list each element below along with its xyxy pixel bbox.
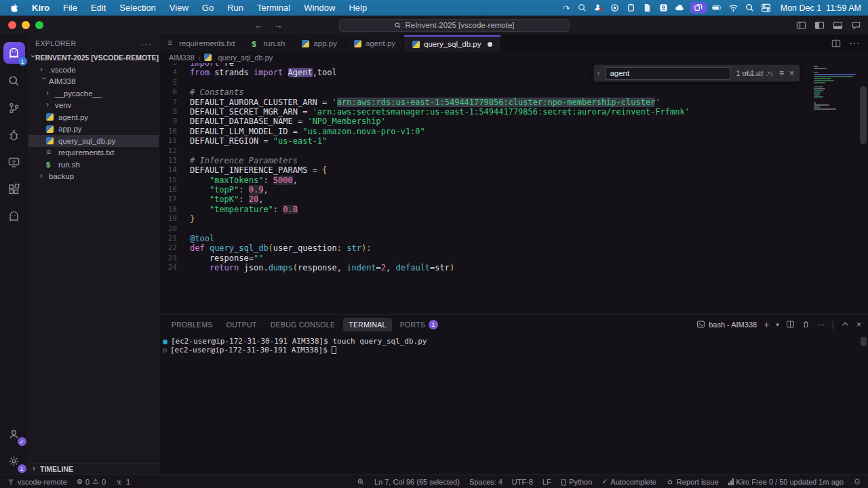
panel-tab-problems[interactable]: PROBLEMS: [166, 318, 218, 331]
tab-app-py[interactable]: app.py: [294, 35, 346, 52]
tree-item-run-sh[interactable]: run.sh: [28, 159, 159, 171]
language-mode[interactable]: { } Python: [561, 478, 593, 486]
new-terminal-icon[interactable]: +: [764, 319, 769, 330]
panel-tab-debug-console[interactable]: DEBUG CONSOLE: [265, 318, 341, 331]
remote-indicator[interactable]: vscode-remote: [7, 478, 67, 486]
source-control-icon[interactable]: [4, 98, 24, 118]
notifications-bell-icon[interactable]: [853, 478, 861, 486]
kill-terminal-icon[interactable]: [802, 320, 810, 329]
code-line[interactable]: 24 return json.dumps(response, indent=2,…: [159, 263, 868, 272]
kiro-activity-icon[interactable]: 1: [3, 42, 25, 64]
screen-mirroring-icon[interactable]: [690, 2, 707, 14]
chat-icon[interactable]: [851, 20, 861, 30]
minimize-window-button[interactable]: [22, 21, 30, 29]
apple-menu-icon[interactable]: [9, 3, 20, 13]
terminal-dropdown-icon[interactable]: ▾: [776, 321, 779, 328]
code-line[interactable]: 13# Inference Parameters: [159, 156, 868, 165]
tab-query-sql-db-py[interactable]: query_sql_db.py: [404, 35, 501, 52]
spiral-icon[interactable]: [609, 2, 620, 14]
code-line[interactable]: 17 "topK": 20,: [159, 195, 868, 204]
modified-indicator[interactable]: [488, 42, 492, 47]
menu-file[interactable]: File: [56, 3, 84, 13]
tab-run-sh[interactable]: run.sh: [243, 35, 294, 52]
search-activity-icon[interactable]: [4, 70, 24, 91]
code-line[interactable]: 9DEFAULT_DATABASE_NAME = 'NPO_Membership…: [159, 117, 868, 126]
sync-app-icon[interactable]: [560, 2, 572, 14]
match-case-icon[interactable]: Aa: [744, 70, 752, 77]
code-line[interactable]: 7DEFAULT_AURORA_CLUSTER_ARN = 'arn:aws:r…: [159, 98, 868, 107]
editor-more-actions-icon[interactable]: ···: [849, 37, 860, 49]
panel-tab-ports[interactable]: PORTS1: [395, 318, 443, 331]
tree-item-agent-py[interactable]: agent.py: [28, 111, 159, 123]
menu-selection[interactable]: Selection: [113, 3, 162, 13]
code-line[interactable]: 20: [159, 224, 868, 234]
code-line[interactable]: 12: [159, 146, 868, 156]
customize-layout-icon[interactable]: [796, 20, 806, 30]
menu-go[interactable]: Go: [195, 3, 220, 13]
editor-scrollbar[interactable]: [860, 86, 867, 144]
menu-view[interactable]: View: [163, 3, 195, 13]
find-toggle-replace-icon[interactable]: ›: [597, 68, 599, 78]
tab-agent-py[interactable]: agent.py: [346, 35, 404, 52]
whole-word-icon[interactable]: ab: [755, 70, 763, 77]
panel-tab-output[interactable]: OUTPUT: [221, 318, 262, 331]
settings-gear-icon[interactable]: 1: [4, 451, 24, 471]
remote-explorer-icon[interactable]: [4, 152, 24, 172]
indentation[interactable]: Spaces: 4: [469, 478, 502, 486]
code-line[interactable]: 23 response="": [159, 253, 868, 263]
menubar-clock[interactable]: Mon Dec 1 11:59 AM: [781, 3, 861, 13]
find-input[interactable]: [605, 67, 730, 80]
terminal-scrollbar[interactable]: [861, 337, 867, 346]
account-icon[interactable]: ✓: [4, 424, 24, 444]
ports-indicator[interactable]: 1: [115, 478, 130, 486]
close-window-button[interactable]: [8, 21, 16, 29]
split-editor-icon[interactable]: [831, 39, 841, 48]
cursor-position[interactable]: Ln 7, Col 96 (65 selected): [374, 478, 460, 486]
code-line[interactable]: 14DEFAULT_INFERENCE_PARAMS = {: [159, 165, 868, 175]
code-line[interactable]: 16 "topP": 0.9,: [159, 185, 868, 195]
tree-root-folder[interactable]: › REINVENT-2025 [VSCODE-REMOTE]: [28, 52, 159, 64]
spotlight-icon[interactable]: [744, 2, 755, 14]
battery-icon[interactable]: [711, 2, 723, 14]
cloud-sync-icon[interactable]: [674, 2, 686, 14]
panel-tab-terminal[interactable]: TERMINAL: [343, 318, 392, 331]
breadcrumb-file[interactable]: query_sql_db.py: [218, 54, 273, 62]
terminal-more-actions-icon[interactable]: ···: [817, 320, 825, 329]
user-status-icon[interactable]: [593, 2, 604, 14]
menu-run[interactable]: Run: [220, 3, 250, 13]
split-terminal-icon[interactable]: [786, 320, 795, 329]
wifi-icon[interactable]: [728, 2, 739, 14]
explorer-more-actions-icon[interactable]: ···: [141, 39, 152, 49]
document-icon[interactable]: [642, 2, 653, 14]
nav-forward-icon[interactable]: →: [273, 20, 283, 30]
code-line[interactable]: 6# Constants: [159, 87, 868, 97]
menu-terminal[interactable]: Terminal: [250, 3, 297, 13]
search-dim-icon[interactable]: [576, 2, 588, 14]
menu-help[interactable]: Help: [342, 3, 374, 13]
tree-item-backup[interactable]: ›backup: [28, 171, 159, 183]
clipboard-icon[interactable]: [625, 2, 637, 14]
code-line[interactable]: 22def query_sql_db(user_question: str):: [159, 243, 868, 253]
tab-requirements-txt[interactable]: requirements.txt: [159, 35, 243, 52]
command-decoration-icon[interactable]: [163, 340, 167, 344]
tree-item-vscode[interactable]: ›.vscode: [28, 64, 159, 76]
extensions-icon[interactable]: [4, 179, 24, 199]
toggle-panel-icon[interactable]: [833, 20, 843, 30]
code-line[interactable]: 21@tool: [159, 234, 868, 243]
screencast-zoom-icon[interactable]: [357, 478, 365, 486]
code-line[interactable]: 18 "temperature": 0.8: [159, 205, 868, 214]
tree-item-query-sql-db-py[interactable]: query_sql_db.py: [28, 135, 159, 147]
menu-kiro[interactable]: Kiro: [25, 3, 56, 13]
tree-item-pycache[interactable]: ›__pycache__: [28, 87, 159, 100]
breadcrumb-folder[interactable]: AIM338: [169, 54, 195, 62]
toggle-sidebar-icon[interactable]: [814, 20, 825, 30]
code-line[interactable]: 19}: [159, 214, 868, 224]
zoom-window-button[interactable]: [35, 21, 43, 29]
regex-icon[interactable]: .*: [766, 70, 770, 77]
nav-back-icon[interactable]: ←: [254, 20, 264, 30]
debug-icon[interactable]: [4, 125, 24, 145]
close-panel-icon[interactable]: ×: [856, 320, 861, 329]
encoding[interactable]: UTF-8: [512, 478, 533, 486]
code-line[interactable]: 8DEFAULT_SECRET_MGR_ARN = 'arn:aws:secre…: [159, 107, 868, 117]
code-line[interactable]: 11DEFAULT_REGION = "us-east-1": [159, 136, 868, 146]
